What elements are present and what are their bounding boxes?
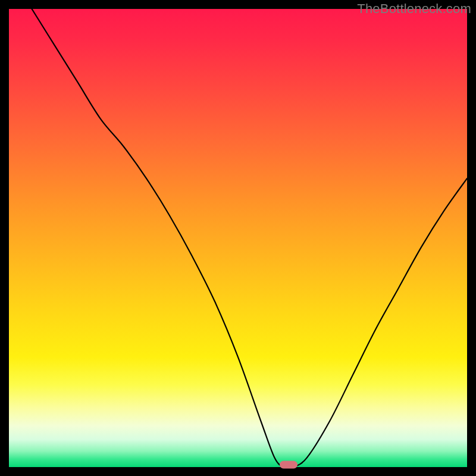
chart-frame: TheBottleneck.com [0, 0, 476, 476]
bottleneck-curve [9, 9, 467, 467]
optimal-marker [280, 461, 298, 469]
watermark-text: TheBottleneck.com [357, 1, 471, 17]
curve-path [32, 9, 468, 467]
plot-area [9, 9, 467, 467]
